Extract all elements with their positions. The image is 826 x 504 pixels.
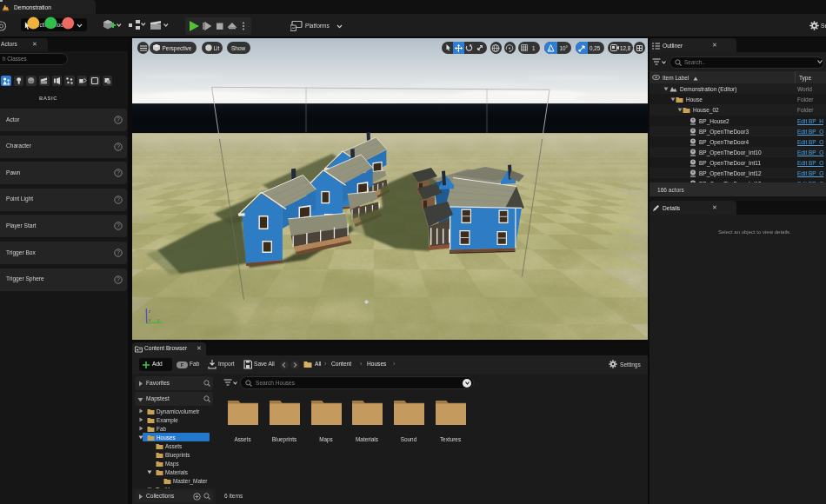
svg-text:z: z <box>149 308 151 314</box>
svg-text:?: ? <box>117 249 120 255</box>
svg-text:?: ? <box>117 116 120 123</box>
svg-text:x: x <box>149 317 151 322</box>
svg-text:?: ? <box>117 223 120 229</box>
svg-text:?: ? <box>117 169 120 176</box>
svg-text:?: ? <box>117 143 120 149</box>
svg-text:?: ? <box>117 196 120 202</box>
svg-text:?: ? <box>117 276 120 282</box>
